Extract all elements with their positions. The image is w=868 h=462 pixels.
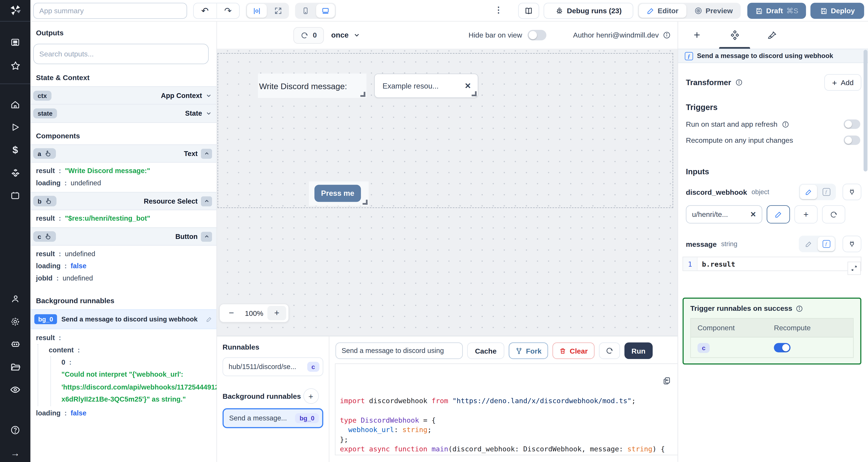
component-b-row[interactable]: b Resource Select (31, 192, 217, 210)
redo-icon[interactable]: ↷ (217, 3, 239, 18)
fullscreen-icon[interactable] (268, 4, 288, 18)
tab-insert-component[interactable]: + (678, 22, 716, 48)
runnable-name-input[interactable] (336, 342, 463, 359)
ctx-row[interactable]: ctx App Context (31, 86, 217, 105)
collapse-icon[interactable] (201, 231, 212, 241)
run-button[interactable]: Run (624, 342, 653, 359)
hide-bar-toggle[interactable] (528, 30, 547, 40)
connect-plug-icon[interactable] (842, 236, 861, 253)
clear-resource-icon[interactable]: ✕ (750, 210, 756, 219)
resize-handle[interactable] (472, 91, 476, 96)
code-editor[interactable]: import discordwebhook from "https://deno… (335, 363, 678, 455)
draft-button[interactable]: Draft ⌘S (747, 3, 806, 19)
recompute-any-toggle[interactable] (844, 135, 860, 145)
value-blue: false (71, 409, 87, 417)
tab-theme[interactable] (753, 22, 791, 48)
windmill-logo-icon[interactable] (0, 0, 31, 21)
static-mode-pencil-icon[interactable] (800, 237, 817, 251)
key-label: 0 (61, 358, 65, 366)
press-me-button[interactable]: Press me (314, 185, 361, 202)
restart-icon-button[interactable] (599, 342, 620, 359)
docs-button[interactable] (518, 3, 539, 19)
add-resource-button[interactable]: + (795, 205, 818, 224)
tab-preview[interactable]: Preview (687, 4, 739, 18)
eval-mode-function-icon[interactable]: ƒ (817, 185, 835, 199)
add-background-runnable-button[interactable]: + (303, 388, 319, 404)
sidebar-item-workers[interactable] (0, 335, 31, 353)
tab-component-settings[interactable] (716, 22, 753, 48)
sidebar-item-users[interactable] (0, 290, 31, 308)
deploy-button[interactable]: Deploy (810, 3, 864, 19)
text-component[interactable]: Write Discord message: (258, 73, 367, 98)
sidebar-item-apps[interactable] (0, 34, 31, 52)
zoom-out-icon[interactable]: − (222, 306, 241, 321)
chevron-down-icon[interactable] (205, 110, 212, 117)
app-summary-input[interactable] (33, 3, 187, 19)
collapse-icon[interactable] (201, 196, 212, 206)
sidebar-item-variables[interactable]: $ (0, 141, 31, 159)
run-on-start-toggle[interactable] (844, 120, 860, 129)
help-icon[interactable] (0, 421, 31, 439)
add-transformer-button[interactable]: + Add (825, 74, 861, 91)
collapse-sidebar-icon[interactable]: → (0, 444, 31, 462)
justify-layout-icon[interactable] (247, 4, 267, 18)
mobile-view-icon[interactable] (296, 4, 315, 18)
desktop-view-icon[interactable] (316, 4, 335, 18)
info-icon[interactable] (781, 120, 789, 128)
sidebar-item-settings[interactable] (0, 312, 31, 331)
component-a-row[interactable]: a Text (31, 144, 217, 163)
component-c-row[interactable]: c Button (31, 227, 217, 245)
zoom-in-icon[interactable]: + (268, 306, 286, 321)
eval-mode-function-icon[interactable]: ƒ (817, 237, 835, 251)
resource-picker[interactable]: u/henri/te... ✕ (686, 205, 762, 224)
debug-runs-button[interactable]: Debug runs (23) (544, 3, 633, 19)
runnable-item[interactable]: hub/1511/discord/se... c (223, 357, 323, 376)
cache-button[interactable]: Cache (467, 342, 504, 359)
search-outputs-input[interactable] (33, 44, 209, 64)
collapse-icon[interactable] (201, 148, 212, 159)
debug-runs-label: Debug runs (23) (567, 7, 622, 15)
undo-icon[interactable]: ↶ (194, 3, 217, 18)
state-row[interactable]: state State (31, 105, 217, 123)
clear-button[interactable]: Clear (553, 342, 594, 359)
sidebar-item-audit-logs[interactable] (0, 381, 31, 399)
app-canvas[interactable]: Write Discord message: Example resou... … (217, 48, 678, 336)
bg-runnable-badge: bg_0 (295, 413, 319, 423)
sidebar-item-folders[interactable] (0, 358, 31, 376)
column-component: Component (691, 324, 774, 332)
refresh-resource-button[interactable] (822, 205, 845, 224)
edit-resource-button[interactable] (767, 205, 790, 224)
sidebar-item-resources[interactable] (0, 164, 31, 182)
button-component[interactable]: Press me (309, 182, 369, 206)
connect-plug-icon[interactable] (842, 184, 861, 200)
bg0-row[interactable]: bg_0 Send a message to discord using web… (31, 309, 217, 329)
info-icon[interactable] (796, 305, 804, 312)
kebab-menu-icon[interactable]: ⋮ (494, 5, 502, 15)
sidebar-item-schedules[interactable] (0, 187, 31, 205)
copy-code-icon[interactable] (663, 377, 671, 385)
message-expression-editor[interactable]: 1 b.result (683, 257, 861, 271)
info-icon[interactable] (663, 31, 671, 39)
chevron-down-icon[interactable] (205, 92, 212, 99)
info-icon[interactable] (735, 78, 743, 86)
static-mode-pencil-icon[interactable] (800, 185, 817, 199)
resize-handle[interactable] (361, 92, 366, 97)
zoom-level: 100% (245, 309, 264, 317)
tab-editor[interactable]: Editor (639, 4, 686, 18)
expand-editor-icon[interactable] (847, 262, 861, 275)
bg-runnable-item-selected[interactable]: Send a message... bg_0 (223, 408, 323, 428)
resource-select-component[interactable]: Example resou... ✕ (374, 73, 478, 98)
refresh-count-box[interactable]: 0 (293, 27, 324, 43)
sidebar-item-runs[interactable] (0, 118, 31, 136)
clear-selection-icon[interactable]: ✕ (465, 81, 471, 90)
fork-button[interactable]: Fork (509, 342, 548, 359)
sidebar-item-home[interactable] (0, 96, 31, 113)
sidebar-item-favorites[interactable] (0, 57, 31, 75)
field-discord-webhook-type: object (751, 188, 769, 196)
edit-pencil-icon[interactable] (206, 316, 212, 322)
refresh-mode-dropdown[interactable]: once (331, 31, 360, 39)
panel-scrollbar[interactable] (864, 50, 867, 171)
resize-handle[interactable] (363, 200, 368, 205)
recompute-c-toggle[interactable] (774, 343, 790, 352)
pencil-icon (774, 210, 782, 218)
